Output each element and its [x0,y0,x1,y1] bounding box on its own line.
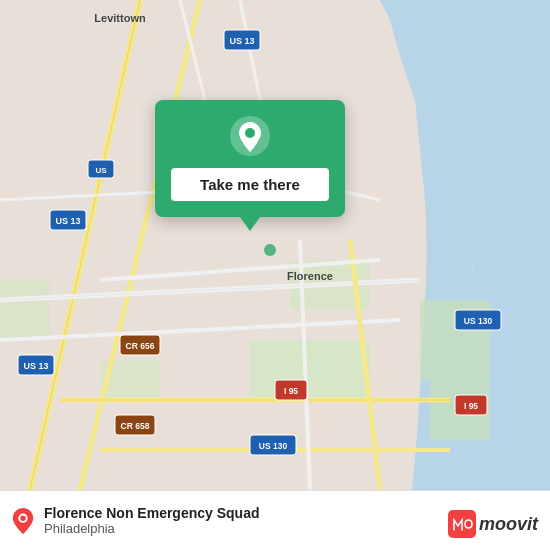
svg-text:Florence: Florence [287,270,333,282]
popup-card: Take me there [155,100,345,217]
svg-text:I 95: I 95 [284,386,298,396]
bottom-bar: Florence Non Emergency Squad Philadelphi… [0,490,550,550]
location-city: Philadelphia [44,521,260,536]
map-svg: US 13 US US 13 US 13 CR 656 I 95 CR 658 … [0,0,550,490]
take-me-there-button[interactable]: Take me there [171,168,329,201]
svg-text:CR 656: CR 656 [126,341,155,351]
moovit-brand-text: moovit [479,514,538,535]
moovit-logo: moovit [448,510,538,538]
svg-text:US 130: US 130 [464,316,493,326]
svg-text:I 95: I 95 [464,401,478,411]
svg-text:Levittown: Levittown [94,12,146,24]
svg-rect-6 [0,280,50,340]
svg-text:US 13: US 13 [229,36,254,46]
svg-text:US 13: US 13 [23,361,48,371]
svg-text:US 13: US 13 [55,216,80,226]
location-info: Florence Non Emergency Squad Philadelphi… [44,505,260,536]
svg-point-47 [245,128,255,138]
svg-rect-1 [250,340,370,400]
moovit-logo-icon [448,510,476,538]
svg-text:US 130: US 130 [259,441,288,451]
svg-point-49 [20,515,26,521]
moovit-pin-icon [12,508,34,534]
location-name: Florence Non Emergency Squad [44,505,260,521]
svg-point-45 [264,244,276,256]
map-container[interactable]: US 13 US US 13 US 13 CR 656 I 95 CR 658 … [0,0,550,490]
svg-text:US: US [95,166,107,175]
svg-text:CR 658: CR 658 [121,421,150,431]
location-pin-icon [228,114,272,158]
